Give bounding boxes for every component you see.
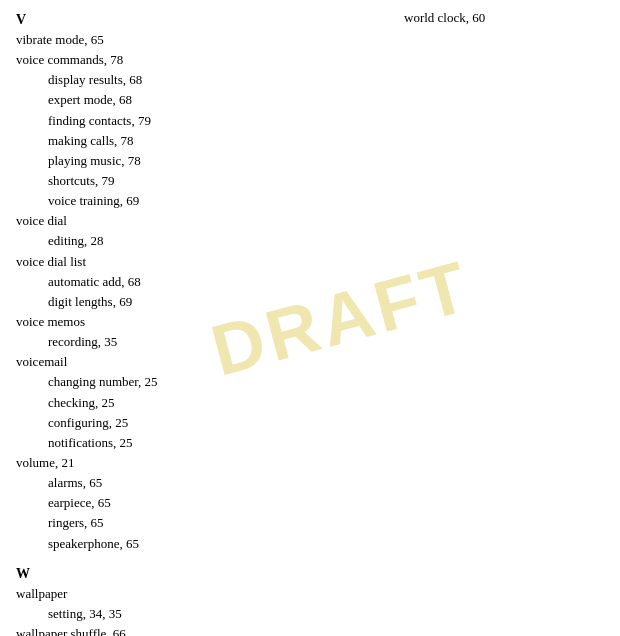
index-entry: checking, 25 xyxy=(16,393,384,413)
section-header-V: V xyxy=(16,12,384,28)
index-entry: voice dial xyxy=(16,211,384,231)
index-entry: volume, 21 xyxy=(16,453,384,473)
index-entry: expert mode, 68 xyxy=(16,90,384,110)
index-entry-right: world clock, 60 xyxy=(404,8,604,28)
index-entry: digit lengths, 69 xyxy=(16,292,384,312)
index-entry: changing number, 25 xyxy=(16,372,384,392)
index-entry: notifications, 25 xyxy=(16,433,384,453)
index-entry: vibrate mode, 65 xyxy=(16,30,384,50)
index-entry: ringers, 65 xyxy=(16,513,384,533)
section-header-W: W xyxy=(16,566,384,582)
content-area: Vvibrate mode, 65voice commands, 78displ… xyxy=(16,8,604,636)
index-entry: wallpaper xyxy=(16,584,384,604)
index-entry: making calls, 78 xyxy=(16,131,384,151)
left-column: Vvibrate mode, 65voice commands, 78displ… xyxy=(16,8,404,636)
index-entry: voice memos xyxy=(16,312,384,332)
page-container: Vvibrate mode, 65voice commands, 78displ… xyxy=(0,0,620,636)
index-entry: alarms, 65 xyxy=(16,473,384,493)
index-entry: speakerphone, 65 xyxy=(16,534,384,554)
index-entry: voice training, 69 xyxy=(16,191,384,211)
index-entry: voicemail xyxy=(16,352,384,372)
index-entry: display results, 68 xyxy=(16,70,384,90)
index-entry: finding contacts, 79 xyxy=(16,111,384,131)
index-entry: wallpaper shuffle, 66 xyxy=(16,624,384,636)
index-entry: earpiece, 65 xyxy=(16,493,384,513)
index-entry: voice dial list xyxy=(16,252,384,272)
right-column: world clock, 60 xyxy=(404,8,604,636)
index-entry: setting, 34, 35 xyxy=(16,604,384,624)
index-entry: shortcuts, 79 xyxy=(16,171,384,191)
index-entry: recording, 35 xyxy=(16,332,384,352)
index-entry: editing, 28 xyxy=(16,231,384,251)
index-entry: playing music, 78 xyxy=(16,151,384,171)
index-entry: configuring, 25 xyxy=(16,413,384,433)
index-entry: voice commands, 78 xyxy=(16,50,384,70)
index-entry: automatic add, 68 xyxy=(16,272,384,292)
